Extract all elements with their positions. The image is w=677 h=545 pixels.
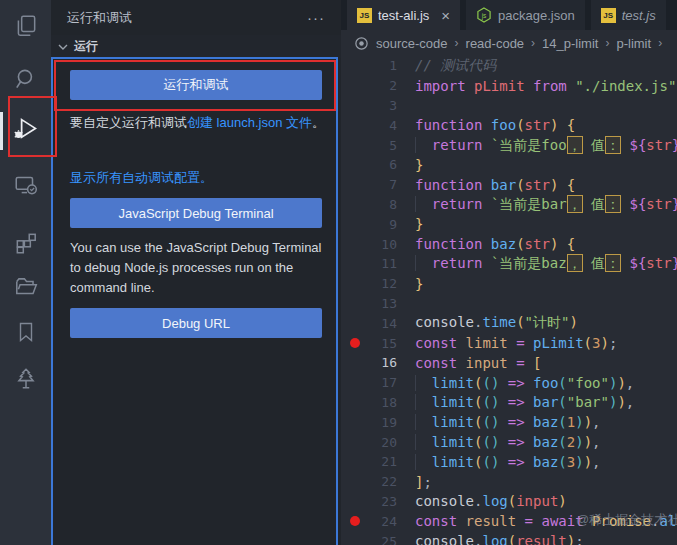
gutter[interactable]: 14 <box>341 313 415 333</box>
breakpoint-icon[interactable] <box>350 338 360 348</box>
gutter[interactable]: 15 <box>341 333 415 353</box>
gutter[interactable]: 20 <box>341 432 415 452</box>
code-line[interactable]: 13 <box>341 294 677 314</box>
gutter[interactable]: 8 <box>341 195 415 215</box>
code-line[interactable]: 23console.log(input) <box>341 492 677 512</box>
activity-bar-active-indicator <box>0 112 3 150</box>
sidebar-header: 运行和调试 ··· <box>51 0 341 35</box>
create-launch-json-link[interactable]: 创建 launch.json 文件 <box>187 115 312 130</box>
terminal-help-text: You can use the JavaScript Debug Termina… <box>70 238 326 298</box>
code-line[interactable]: 4function foo(str) { <box>341 115 677 135</box>
code-line[interactable]: 21 limit(() => baz(3)), <box>341 452 677 472</box>
code-line[interactable]: 14console.time("计时") <box>341 313 677 333</box>
code-line[interactable]: 19 limit(() => baz(1)), <box>341 412 677 432</box>
code-line[interactable]: 5 return `当前是foo， 值： ${str}`; <box>341 135 677 155</box>
gutter[interactable]: 21 <box>341 452 415 472</box>
gutter[interactable]: 4 <box>341 115 415 135</box>
gutter[interactable]: 7 <box>341 175 415 195</box>
run-debug-icon[interactable] <box>9 112 43 146</box>
vscode-window: 运行和调试 ··· 运行 运行和调试 要自定义运行和调试创建 launch.js… <box>0 0 677 545</box>
gutter[interactable]: 13 <box>341 294 415 314</box>
chevron-right-icon: › <box>605 36 609 50</box>
code-line[interactable]: 17 limit(() => foo("foo")), <box>341 373 677 393</box>
gutter[interactable]: 6 <box>341 155 415 175</box>
chevron-right-icon: › <box>531 36 535 50</box>
gutter[interactable]: 12 <box>341 274 415 294</box>
breadcrumb: source-code › read-code › 14_p-limit › p… <box>341 30 677 56</box>
activity-bar <box>0 0 51 545</box>
code-line[interactable]: 20 limit(() => baz(2)), <box>341 432 677 452</box>
tab-bar: JS test-ali.js × js package.json JS test… <box>341 0 677 30</box>
gutter[interactable]: 5 <box>341 135 415 155</box>
code-editor[interactable]: 1// 测试代码2import pLimit from "./index.js"… <box>341 56 677 545</box>
extensions-icon[interactable] <box>9 226 43 260</box>
debug-url-button[interactable]: Debug URL <box>70 308 322 338</box>
gutter[interactable]: 16 <box>341 353 415 373</box>
tab-package-json[interactable]: js package.json <box>466 0 585 30</box>
gutter[interactable]: 3 <box>341 96 415 116</box>
remote-explorer-icon[interactable] <box>9 168 43 202</box>
explorer-icon[interactable] <box>9 9 43 43</box>
gutter[interactable]: 1 <box>341 56 415 76</box>
code-line[interactable]: 1// 测试代码 <box>341 56 677 76</box>
nodejs-file-icon: js <box>476 7 492 23</box>
code-line[interactable]: 25console.log(result); <box>341 531 677 545</box>
javascript-file-icon: JS <box>601 8 616 23</box>
breakpoint-icon[interactable] <box>350 516 360 526</box>
breadcrumb-item[interactable]: source-code <box>376 36 448 51</box>
gutter[interactable]: 9 <box>341 214 415 234</box>
editor-group: JS test-ali.js × js package.json JS test… <box>341 0 677 545</box>
tab-test-js[interactable]: JS test.js <box>591 0 666 30</box>
code-line[interactable]: 9} <box>341 214 677 234</box>
run-debug-sidebar: 运行和调试 ··· 运行 运行和调试 要自定义运行和调试创建 launch.js… <box>51 0 341 545</box>
gutter[interactable]: 25 <box>341 531 415 545</box>
code-lines: 1// 测试代码2import pLimit from "./index.js"… <box>341 56 677 545</box>
gutter[interactable]: 18 <box>341 393 415 413</box>
breadcrumb-item[interactable]: 14_p-limit <box>542 36 598 51</box>
search-icon[interactable] <box>9 62 43 96</box>
run-section-header[interactable]: 运行 <box>51 35 341 58</box>
todo-tree-icon[interactable] <box>9 362 43 396</box>
tab-test-ali-js[interactable]: JS test-ali.js × <box>347 0 460 30</box>
gutter[interactable]: 10 <box>341 234 415 254</box>
customize-help-text: 要自定义运行和调试创建 launch.json 文件。 <box>70 113 326 133</box>
sidebar-content: 运行和调试 要自定义运行和调试创建 launch.json 文件。 显示所有自动… <box>51 58 341 545</box>
gutter[interactable]: 2 <box>341 76 415 96</box>
module-icon <box>354 36 369 51</box>
javascript-file-icon: JS <box>357 8 372 23</box>
code-line[interactable]: 18 limit(() => bar("bar")), <box>341 393 677 413</box>
code-line[interactable]: 2import pLimit from "./index.js"; <box>341 76 677 96</box>
chevron-down-icon <box>55 39 71 55</box>
gutter[interactable]: 23 <box>341 492 415 512</box>
code-line[interactable]: 16const input = [ <box>341 353 677 373</box>
sidebar-more-actions-icon[interactable]: ··· <box>307 9 325 26</box>
breadcrumb-item[interactable]: p-limit <box>616 36 651 51</box>
close-tab-icon[interactable]: × <box>441 8 450 23</box>
code-line[interactable]: 24const result = await Promise.all( <box>341 511 677 531</box>
js-debug-terminal-button[interactable]: JavaScript Debug Terminal <box>70 198 322 228</box>
breadcrumb-item[interactable]: read-code <box>466 36 525 51</box>
bookmarks-icon[interactable] <box>9 315 43 349</box>
chevron-right-icon: › <box>658 36 662 50</box>
run-and-debug-button[interactable]: 运行和调试 <box>70 70 322 100</box>
run-section-label: 运行 <box>74 38 98 55</box>
gutter[interactable]: 11 <box>341 254 415 274</box>
project-folder-icon[interactable] <box>9 270 43 304</box>
code-line[interactable]: 15const limit = pLimit(3); <box>341 333 677 353</box>
code-line[interactable]: 8 return `当前是bar， 值： ${str}`; <box>341 195 677 215</box>
gutter[interactable]: 24 <box>341 511 415 531</box>
gutter[interactable]: 17 <box>341 373 415 393</box>
code-line[interactable]: 10function baz(str) { <box>341 234 677 254</box>
code-line[interactable]: 6} <box>341 155 677 175</box>
code-line[interactable]: 11 return `当前是baz， 值： ${str}`; <box>341 254 677 274</box>
gutter[interactable]: 22 <box>341 472 415 492</box>
show-configs-row: 显示所有自动调试配置。 <box>70 168 326 188</box>
show-auto-debug-configs-link[interactable]: 显示所有自动调试配置。 <box>70 170 213 185</box>
chevron-right-icon: › <box>455 36 459 50</box>
code-line[interactable]: 7function bar(str) { <box>341 175 677 195</box>
sidebar-title: 运行和调试 <box>67 9 132 27</box>
code-line[interactable]: 3 <box>341 96 677 116</box>
code-line[interactable]: 22]; <box>341 472 677 492</box>
gutter[interactable]: 19 <box>341 412 415 432</box>
code-line[interactable]: 12} <box>341 274 677 294</box>
